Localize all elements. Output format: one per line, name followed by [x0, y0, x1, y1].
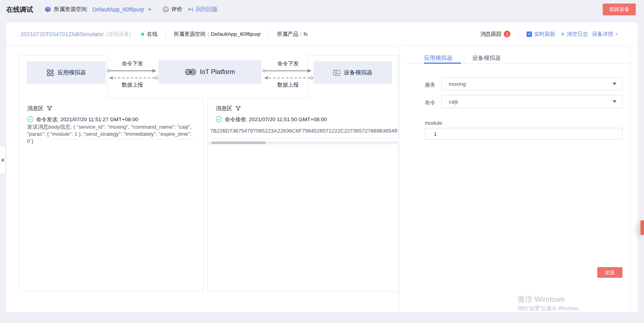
- feedback-label: 评价: [171, 6, 182, 13]
- filter-icon[interactable]: [235, 106, 241, 111]
- link1-data-up-label: 数据上报: [109, 81, 156, 89]
- chevron-down-icon: [148, 9, 151, 11]
- feedback-side-tab[interactable]: [640, 220, 644, 235]
- device-message-hex-body: 7B226D736754797065223A22636C6F7564526571…: [210, 128, 397, 134]
- device-type-label: (虚拟设备): [106, 31, 131, 38]
- check-circle-icon: [216, 116, 222, 122]
- device-detail-label: 设备详情: [592, 31, 613, 38]
- back-to-old-label: 回到旧版: [196, 6, 218, 13]
- node-label: 设备模拟器: [344, 69, 372, 76]
- service-select[interactable]: moxing: [441, 77, 622, 90]
- horizontal-scrollbar-thumb[interactable]: [211, 142, 266, 144]
- app-panel-title: 消息区: [27, 105, 44, 112]
- resource-space-group: 所属资源空间: [44, 6, 87, 13]
- back-arrow-icon: [188, 7, 193, 12]
- realtime-refresh-label: 实时刷新: [534, 31, 555, 38]
- device-panel-title: 消息区: [216, 105, 232, 112]
- diagram-node-app-simulator: 应用模拟器: [27, 61, 106, 84]
- tab-divider: [465, 55, 466, 62]
- message-separator: [213, 138, 396, 139]
- device-name-link[interactable]: 20210720T034701ZNBSimulator: [20, 31, 104, 37]
- divider: [518, 31, 519, 38]
- clear-log-label: 清空日志: [567, 31, 588, 38]
- command-select-value: caiji: [449, 99, 458, 105]
- app-grid-icon: [47, 69, 54, 76]
- select-device-button[interactable]: 选择设备: [603, 4, 636, 15]
- command-select[interactable]: caiji: [441, 95, 622, 108]
- resource-space-label: 所属资源空间: [54, 6, 87, 13]
- clear-icon: ✕: [561, 31, 565, 37]
- device-panel-title-row: 消息区: [216, 105, 241, 112]
- top-bar: 在线调试 所属资源空间 DefaultApp_60f6puqr 评价: [0, 0, 644, 19]
- main-card: 20210720T034701ZNBSimulator (虚拟设备) 在线 所属…: [6, 22, 638, 312]
- chevron-left-icon: [1, 158, 4, 162]
- link1-command-down-label: 命令下发: [109, 60, 156, 67]
- device-list-icon: [333, 70, 340, 76]
- resource-space-pair: 所属资源空间：DefaultApp_60f6puqr: [174, 31, 261, 38]
- divider: [269, 31, 269, 38]
- tab-active-underline: [424, 63, 461, 64]
- device-message-title: 命令接收: 2021/07/20 11:51:50 GMT+08:00: [225, 116, 327, 123]
- status-label: 在线: [147, 31, 158, 38]
- filter-icon[interactable]: [47, 106, 52, 111]
- tab-app-simulator[interactable]: 应用模拟器: [424, 54, 453, 62]
- product-label: 所属产品：: [277, 31, 304, 37]
- page-title: 在线调试: [6, 5, 33, 14]
- product-value: fs: [304, 31, 308, 37]
- module-input[interactable]: [425, 128, 622, 140]
- chevron-down-icon: [613, 100, 616, 103]
- device-header: 20210720T034701ZNBSimulator (虚拟设备) 在线 所属…: [6, 22, 638, 46]
- horizontal-scrollbar-track[interactable]: [208, 141, 398, 144]
- app-message-body: 发送消息body信息: { "service_id": "moxing", "c…: [27, 124, 194, 145]
- link2-data-up-label: 数据上报: [264, 81, 312, 89]
- divider: [39, 6, 39, 13]
- online-dot-icon: [141, 33, 144, 36]
- tab-device-simulator[interactable]: 设备模拟器: [472, 54, 501, 62]
- app-panel-title-row: 消息区: [27, 105, 52, 112]
- sidebar-collapse-handle[interactable]: [0, 146, 6, 174]
- module-label: module: [425, 120, 442, 126]
- message-trace-button[interactable]: 消息跟踪 3: [480, 31, 510, 38]
- service-label: 服务: [425, 81, 435, 89]
- device-detail-link[interactable]: 设备详情 >: [592, 31, 618, 38]
- diagram-node-device-simulator: 设备模拟器: [314, 61, 392, 84]
- app-message-entry-header: 命令发送: 2021/07/20 11:51:27 GMT+08:00: [27, 116, 138, 123]
- service-select-value: moxing: [449, 81, 466, 87]
- send-button[interactable]: 发送: [597, 267, 622, 278]
- message-trace-label: 消息跟踪: [480, 31, 501, 38]
- right-panel-divider: [399, 46, 399, 312]
- app-message-panel: 消息区 命令发送: 2021/07/20 11:51:27 GMT+08:00 …: [19, 98, 204, 292]
- app-message-title: 命令发送: 2021/07/20 11:51:27 GMT+08:00: [36, 116, 138, 123]
- feedback-button[interactable]: 评价: [163, 6, 182, 13]
- app-selector[interactable]: DefaultApp_60f6puqr: [92, 6, 151, 13]
- scroll-gutter-divider: [630, 46, 630, 312]
- smiley-icon: [163, 6, 169, 13]
- chevron-right-icon: >: [616, 31, 618, 37]
- cube-icon: [44, 6, 51, 13]
- clear-log-button[interactable]: ✕ 清空日志: [561, 31, 588, 38]
- realtime-refresh-toggle[interactable]: ✓ 实时刷新: [527, 31, 555, 38]
- command-label: 命令: [425, 99, 435, 106]
- app-selector-value[interactable]: DefaultApp_60f6puqr: [92, 6, 144, 13]
- device-status: 在线: [141, 31, 158, 38]
- message-trace-badge: 3: [504, 31, 510, 37]
- resource-space-value: DefaultApp_60f6puqr: [211, 31, 261, 37]
- message-separator: [27, 139, 196, 139]
- divider: [165, 31, 166, 38]
- link2-command-down-label: 命令下发: [264, 60, 312, 67]
- divider: [157, 6, 157, 13]
- product-pair: 所属产品：fs: [277, 31, 308, 38]
- resource-space-label: 所属资源空间：: [174, 31, 211, 37]
- checkbox-checked-icon[interactable]: ✓: [527, 31, 532, 37]
- node-label: 应用模拟器: [57, 69, 86, 76]
- chevron-down-icon: [613, 83, 616, 85]
- device-message-entry-header: 命令接收: 2021/07/20 11:51:50 GMT+08:00: [216, 116, 327, 123]
- back-to-old-link[interactable]: 回到旧版: [188, 6, 218, 13]
- device-message-panel: 消息区 命令接收: 2021/07/20 11:51:50 GMT+08:00 …: [207, 98, 398, 292]
- check-circle-icon: [27, 116, 33, 122]
